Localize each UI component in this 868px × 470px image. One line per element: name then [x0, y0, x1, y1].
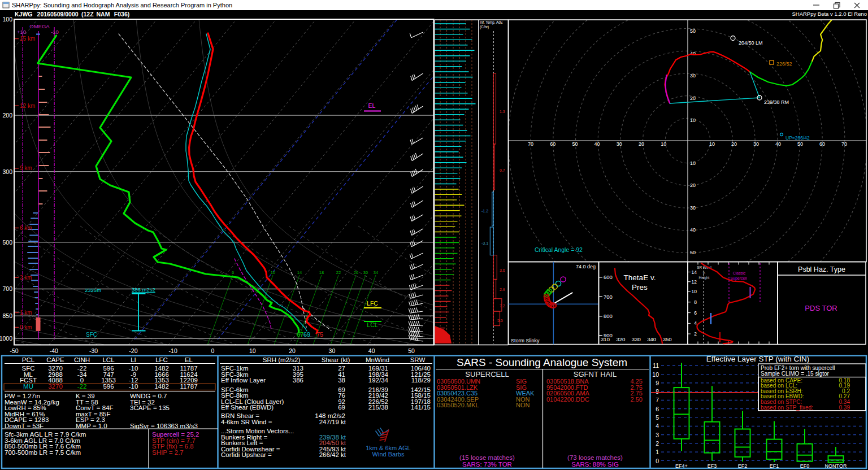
svg-text:SHARPpy Beta v 1.2.0 El Reno: SHARPpy Beta v 1.2.0 El Reno [792, 11, 867, 17]
svg-text:22: 22 [336, 270, 341, 275]
svg-text:SigSvr = 106363 m3/s3: SigSvr = 106363 m3/s3 [130, 423, 198, 429]
svg-text:Effective Layer STP (with CIN): Effective Layer STP (with CIN) [706, 355, 810, 363]
svg-text:50: 50 [572, 141, 578, 147]
svg-text:30: 30 [753, 141, 759, 147]
svg-text:10: 10 [692, 289, 697, 294]
svg-text:38: 38 [338, 377, 345, 384]
svg-text:60: 60 [550, 141, 555, 147]
svg-text:215/38: 215/38 [368, 404, 388, 411]
svg-text:03050520.MKL: 03050520.MKL [437, 402, 479, 408]
svg-text:40: 40 [594, 141, 600, 147]
svg-text:SHIP = 2.7: SHIP = 2.7 [152, 449, 184, 456]
svg-text:266/42 kt: 266/42 kt [319, 451, 346, 458]
svg-text:30: 30 [690, 205, 696, 211]
svg-text:247/19 kt: 247/19 kt [319, 419, 346, 425]
svg-text:2: 2 [694, 331, 697, 337]
svg-text:+10: +10 [17, 29, 26, 35]
svg-text:SARS - Sounding Analogue Syste: SARS - Sounding Analogue System [457, 356, 627, 368]
svg-text:6 km: 6 km [20, 225, 32, 231]
svg-text:EF1: EF1 [770, 463, 779, 469]
svg-text:141/15: 141/15 [411, 404, 431, 411]
svg-text:20: 20 [690, 95, 696, 101]
svg-text:40: 40 [690, 51, 696, 56]
svg-text:15 km: 15 km [20, 36, 35, 42]
svg-text:18: 18 [319, 270, 324, 275]
svg-text:KJWG: KJWG [15, 11, 33, 18]
svg-text:F036): F036) [114, 11, 129, 18]
svg-text:8: 8 [656, 388, 659, 395]
svg-text:330: 330 [632, 336, 641, 342]
svg-text:0 km: 0 km [20, 324, 32, 330]
svg-text:226/52: 226/52 [776, 61, 792, 67]
svg-text:40: 40 [690, 227, 696, 233]
svg-text:v.: v. [703, 271, 706, 275]
svg-text:12: 12 [692, 279, 697, 285]
svg-text:300: 300 [2, 168, 12, 175]
svg-text:Psbl Haz. Type: Psbl Haz. Type [798, 266, 845, 273]
svg-text:30: 30 [690, 73, 696, 79]
svg-text:UP=266/42: UP=266/42 [785, 135, 810, 141]
svg-text:1: 1 [656, 449, 659, 455]
svg-text:EF0: EF0 [800, 463, 810, 469]
svg-text:30: 30 [329, 347, 336, 354]
svg-text:LFC: LFC [367, 300, 378, 307]
svg-text:Storm Slinky: Storm Slinky [511, 338, 540, 343]
svg-text:67: 67 [297, 331, 303, 338]
svg-text:Inf. Temp. Adv.: Inf. Temp. Adv. [480, 20, 503, 25]
svg-text:1000: 1000 [0, 335, 12, 342]
svg-text:386: 386 [293, 377, 303, 384]
svg-text:PCL: PCL [22, 356, 35, 363]
svg-text:1.3: 1.3 [500, 110, 505, 114]
svg-text:14: 14 [297, 270, 302, 275]
svg-text:10: 10 [661, 141, 666, 147]
svg-text:2: 2 [656, 440, 659, 447]
svg-text:0: 0 [211, 347, 215, 354]
svg-text:50: 50 [690, 250, 696, 255]
svg-text:30: 30 [363, 270, 368, 275]
svg-text:350: 350 [663, 336, 672, 342]
svg-text:69: 69 [303, 331, 310, 338]
svg-text:(C/hr): (C/hr) [480, 25, 489, 29]
svg-text:50: 50 [690, 28, 696, 34]
svg-text:SFC: SFC [86, 332, 97, 338]
svg-text:6: 6 [656, 406, 659, 412]
svg-text:Critical Angle = 92: Critical Angle = 92 [535, 246, 583, 253]
svg-text:(12Z: (12Z [81, 11, 94, 18]
svg-text:9 km: 9 km [20, 165, 32, 171]
svg-text:10: 10 [709, 141, 715, 147]
svg-text:SUPERCELL: SUPERCELL [465, 370, 509, 378]
svg-text:0.7: 0.7 [500, 168, 505, 172]
svg-text:EL: EL [185, 356, 193, 363]
svg-text:700-500mb LR = 7.5 C/km: 700-500mb LR = 7.5 C/km [5, 449, 81, 456]
svg-text:200: 200 [2, 112, 12, 119]
svg-text:EL: EL [368, 102, 376, 109]
svg-text:MnWind: MnWind [366, 356, 389, 363]
svg-text:-3.1: -3.1 [481, 241, 488, 245]
svg-text:NONTOR: NONTOR [825, 463, 847, 469]
svg-text:40: 40 [775, 141, 781, 147]
svg-text:Supercell: Supercell [730, 276, 747, 281]
svg-text:NAM: NAM [97, 11, 110, 18]
svg-text:Sample CLIMO = .15 sigtor: Sample CLIMO = .15 sigtor [761, 371, 830, 377]
svg-text:8: 8 [694, 299, 697, 305]
svg-text:10: 10 [690, 118, 696, 123]
svg-text:4: 4 [694, 320, 697, 326]
svg-text:MMP = 1.0: MMP = 1.0 [76, 423, 107, 429]
svg-text:600: 600 [604, 274, 613, 280]
svg-text:30: 30 [617, 141, 622, 147]
svg-text:SARS: 88% SIG: SARS: 88% SIG [571, 461, 619, 468]
svg-text:Eff Shear (EBWD): Eff Shear (EBWD) [221, 404, 274, 411]
svg-text:100: 100 [2, 16, 12, 23]
svg-text:50: 50 [797, 141, 803, 147]
svg-text:1 km: 1 km [20, 310, 32, 316]
svg-text:LCL: LCL [367, 321, 377, 328]
svg-text:20: 20 [289, 347, 296, 354]
svg-text:2325m: 2325m [85, 287, 101, 293]
svg-text:SRW: SRW [410, 356, 426, 363]
svg-text:ThetaE v.: ThetaE v. [624, 273, 656, 282]
svg-text:60: 60 [819, 141, 825, 147]
svg-text:-10: -10 [51, 29, 59, 35]
svg-text:20: 20 [731, 141, 737, 147]
svg-text:500: 500 [2, 239, 12, 246]
svg-text:EF2: EF2 [738, 463, 748, 469]
